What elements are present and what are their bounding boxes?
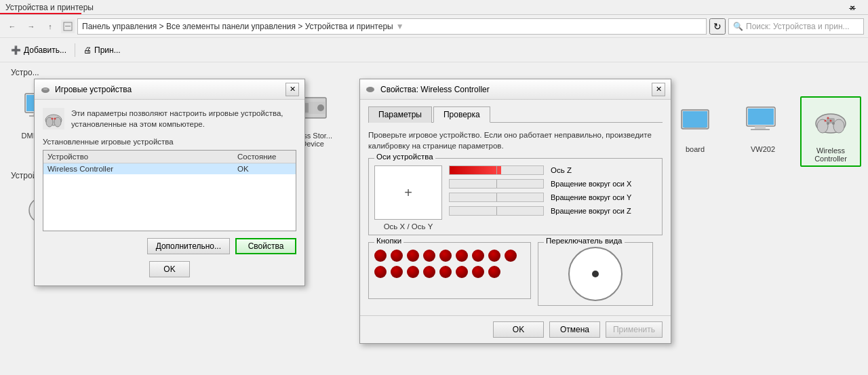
svg-rect-33 (683, 111, 707, 127)
props-cancel-button[interactable]: Отмена (549, 321, 600, 338)
refresh-button[interactable]: ↻ (709, 18, 726, 35)
add-device-button[interactable]: ➕ Добавить... (5, 41, 72, 60)
rz-axis-divider (496, 207, 497, 216)
props-dialog-titlebar: Свойства: Wireless Controller ✕ (360, 79, 671, 100)
svg-rect-36 (748, 108, 774, 125)
axes-section: Оси устройства + Ось X / Ось Y (368, 158, 663, 235)
rz-axis-row: Вращение вокруг оси Z (449, 206, 656, 216)
title-bar-underline (0, 13, 81, 14)
add-printer-button[interactable]: 🖨 Прин... (78, 41, 126, 60)
button-17 (488, 266, 500, 278)
crosshair-box: + (374, 165, 442, 220)
svg-point-47 (830, 120, 832, 122)
ry-axis-divider (496, 193, 497, 202)
svg-point-53 (52, 118, 54, 120)
svg-rect-1 (65, 26, 71, 26)
address-bar: ← → ↑ Панель управления > Все элементы п… (0, 15, 868, 38)
right-device-icons: board VW202 (665, 96, 861, 167)
device-item-vw202[interactable]: VW202 (732, 96, 793, 167)
up-button[interactable]: ↑ (42, 18, 58, 35)
back-button[interactable]: ← (4, 18, 20, 35)
game-ok-button[interactable]: OK (149, 261, 190, 277)
table-row[interactable]: Wireless Controller OK (43, 163, 296, 174)
sections-row: Кнопки (368, 242, 663, 306)
row-device-status: OK (237, 165, 292, 173)
game-dialog-desc: Эти параметры позволяют настроить игровы… (71, 108, 296, 130)
svg-point-27 (317, 104, 324, 111)
device-item-board[interactable]: board (665, 96, 726, 167)
props-apply-button[interactable]: Применить (606, 321, 663, 338)
game-header-icon (43, 108, 64, 130)
props-dialog-title: Свойства: Wireless Controller (380, 85, 652, 94)
toolbar: ➕ Добавить... 🖨 Прин... (0, 38, 868, 62)
z-axis-divider (496, 166, 497, 175)
svg-point-40 (817, 119, 828, 133)
game-dialog-close[interactable]: ✕ (285, 83, 299, 96)
svg-rect-34 (684, 127, 706, 129)
installed-devices-label: Установленные игровые устройства (43, 138, 296, 146)
z-axis-fill (450, 166, 501, 174)
props-dialog-content: Параметры Проверка Проверьте игровое уст… (360, 100, 671, 315)
game-dialog-buttons: Дополнительно... Свойства (43, 238, 296, 254)
rx-axis-label: Вращение вокруг оси X (551, 180, 631, 188)
row-device-name: Wireless Controller (47, 165, 237, 173)
svg-point-41 (833, 119, 844, 133)
devices-section-label: Устро... (0, 62, 868, 80)
ry-axis-bar (449, 193, 544, 202)
dropdown-chevron[interactable]: ▼ (396, 22, 404, 31)
ry-axis-label: Вращение вокруг оси Y (551, 193, 631, 201)
col-device: Устройство (47, 153, 237, 161)
address-path[interactable]: Панель управления > Все элементы панели … (77, 18, 707, 35)
tab-params[interactable]: Параметры (368, 106, 432, 123)
svg-rect-37 (755, 126, 766, 129)
close-button[interactable]: ✕ (837, 0, 868, 15)
controller-icon (809, 100, 852, 144)
tabs-row: Параметры Проверка (368, 106, 663, 123)
buttons-row-2 (374, 266, 525, 278)
buttons-section: Кнопки (368, 242, 531, 299)
buttons-section-label: Кнопки (374, 237, 403, 245)
properties-button[interactable]: Свойства (235, 238, 296, 254)
game-devices-dialog: Игровые устройства ✕ Эти параметры (34, 79, 305, 286)
devices-table[interactable]: Устройство Состояние Wireless Controller… (43, 150, 296, 231)
breadcrumb-icon (61, 20, 75, 33)
advanced-button[interactable]: Дополнительно... (147, 238, 230, 254)
pov-dot (592, 271, 599, 277)
vw202-icon (741, 99, 785, 142)
button-4 (423, 250, 435, 262)
add-icon: ➕ (11, 45, 21, 55)
tab-test[interactable]: Проверка (433, 106, 490, 123)
button-2 (391, 250, 403, 262)
test-description: Проверьте игровое устройство. Если оно р… (368, 130, 663, 151)
rx-axis-bar (449, 179, 544, 189)
rz-axis-label: Вращение вокруг оси Z (551, 207, 631, 215)
gamepad-icon (40, 84, 51, 95)
ry-axis-row: Вращение вокруг оси Y (449, 193, 656, 202)
props-dialog-close[interactable]: ✕ (652, 83, 665, 96)
search-box[interactable]: 🔍 Поиск: Устройства и прин... (728, 18, 864, 35)
svg-point-43 (827, 122, 829, 125)
z-axis-row: Ось Z (449, 165, 656, 175)
main-area: ➕ Добавить... 🖨 Прин... Устро... (0, 38, 868, 375)
props-title-icon (366, 84, 376, 95)
button-3 (407, 250, 419, 262)
crosshair-area: + Ось X / Ось Y (374, 165, 442, 231)
button-13 (423, 266, 435, 278)
pov-section-label: Переключатель вида (544, 237, 625, 245)
axes-section-label: Оси устройства (374, 153, 435, 161)
crosshair-plus: + (404, 185, 412, 201)
forward-button[interactable]: → (23, 18, 39, 35)
svg-point-45 (825, 120, 827, 122)
toolbar-separator (75, 43, 75, 57)
board-icon (673, 99, 717, 142)
device-label-vw202: VW202 (751, 145, 775, 153)
svg-point-44 (832, 122, 835, 125)
device-item-wireless-controller[interactable]: Wireless Controller (800, 96, 861, 167)
game-dialog-titlebar: Игровые устройства ✕ (35, 79, 304, 100)
devices-table-header: Устройство Состояние (43, 151, 296, 163)
props-ok-button[interactable]: OK (493, 321, 544, 338)
button-5 (439, 250, 452, 262)
pov-circle-container (544, 247, 647, 301)
button-16 (472, 266, 484, 278)
pov-circle (568, 247, 623, 301)
